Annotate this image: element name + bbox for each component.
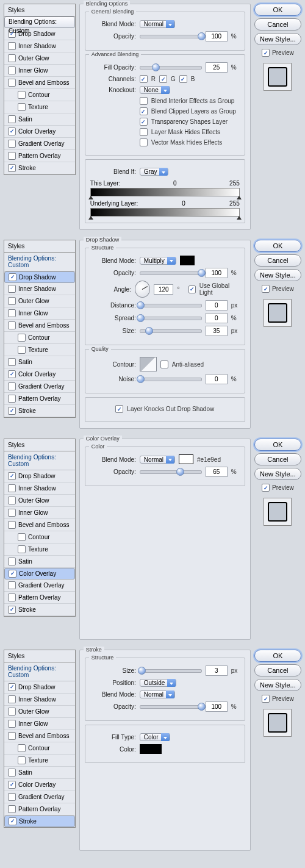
- value-field[interactable]: 3: [206, 665, 228, 676]
- slider-knob[interactable]: [137, 375, 145, 383]
- slider[interactable]: [140, 35, 202, 38]
- cancel-button[interactable]: Cancel: [254, 254, 301, 267]
- sidebar-blending-options[interactable]: Blending Options: Custom: [4, 451, 75, 470]
- checkbox-icon[interactable]: [140, 128, 148, 136]
- channel-checkbox-r[interactable]: [140, 75, 148, 83]
- sidebar-item-inner-shadow[interactable]: Inner Shadow: [4, 40, 75, 52]
- sidebar-item-gradient-overlay[interactable]: Gradient Overlay: [4, 791, 75, 803]
- sidebar-item-outer-glow[interactable]: Outer Glow: [4, 295, 75, 307]
- checkbox-icon[interactable]: [8, 140, 16, 148]
- new-style-button[interactable]: New Style...: [254, 679, 301, 691]
- cancel-button[interactable]: Cancel: [254, 664, 301, 676]
- ok-button[interactable]: OK: [254, 4, 301, 16]
- value-field[interactable]: 25: [206, 62, 228, 73]
- checkbox-icon[interactable]: [18, 91, 26, 99]
- sidebar-item-inner-glow[interactable]: Inner Glow: [4, 307, 75, 320]
- sidebar-item-inner-shadow[interactable]: Inner Shadow: [4, 694, 75, 706]
- sidebar-item-inner-glow[interactable]: Inner Glow: [4, 718, 75, 730]
- slider[interactable]: [140, 705, 202, 709]
- checkbox-icon[interactable]: [18, 346, 26, 354]
- checkbox-icon[interactable]: [8, 164, 16, 172]
- slider-knob[interactable]: [145, 327, 153, 335]
- checkbox-icon[interactable]: [8, 382, 16, 390]
- sidebar-blending-options[interactable]: Blending Options: Custom: [4, 662, 75, 681]
- sidebar-item-texture[interactable]: Texture: [4, 543, 75, 556]
- checkbox-icon[interactable]: [8, 793, 16, 801]
- checkbox-icon[interactable]: [8, 79, 16, 87]
- checkbox-icon[interactable]: [8, 521, 16, 529]
- sidebar-item-pattern-overlay[interactable]: Pattern Overlay: [4, 803, 75, 816]
- sidebar-item-bevel-and-emboss[interactable]: Bevel and Emboss: [4, 320, 75, 332]
- checkbox-icon[interactable]: [8, 472, 16, 480]
- value-field[interactable]: 100: [206, 31, 228, 41]
- color-swatch[interactable]: [140, 744, 162, 754]
- channel-checkbox-b[interactable]: [179, 75, 187, 83]
- new-style-button[interactable]: New Style...: [254, 269, 301, 281]
- slider-knob[interactable]: [198, 32, 206, 40]
- checkbox-icon[interactable]: [9, 273, 16, 281]
- checkbox-icon[interactable]: [140, 138, 148, 146]
- checkbox-icon[interactable]: [8, 781, 16, 789]
- checkbox-icon[interactable]: [8, 152, 16, 160]
- checkbox-icon[interactable]: [8, 115, 16, 123]
- ok-button[interactable]: OK: [254, 439, 301, 451]
- checkbox-icon[interactable]: [9, 570, 16, 578]
- checkbox-icon[interactable]: [8, 127, 16, 135]
- checkbox-icon[interactable]: [8, 370, 16, 378]
- sidebar-item-outer-glow[interactable]: Outer Glow: [4, 52, 75, 65]
- cancel-button[interactable]: Cancel: [254, 453, 301, 465]
- slider-knob[interactable]: [137, 314, 145, 322]
- sidebar-blending-options[interactable]: Blending Options: Custom: [4, 16, 75, 28]
- checkbox-icon[interactable]: [18, 533, 26, 541]
- checkbox-icon[interactable]: [8, 769, 16, 777]
- select-wrap[interactable]: Normal: [140, 690, 175, 699]
- sidebar-item-outer-glow[interactable]: Outer Glow: [4, 495, 75, 507]
- sidebar-item-bevel-and-emboss[interactable]: Bevel and Emboss: [4, 519, 75, 531]
- checkbox-icon[interactable]: [8, 695, 16, 703]
- value-field[interactable]: 35: [206, 326, 228, 336]
- checkbox-icon[interactable]: [8, 66, 16, 74]
- sidebar-item-satin[interactable]: Satin: [4, 767, 75, 779]
- checkbox-icon[interactable]: [18, 545, 26, 553]
- slider[interactable]: [140, 304, 202, 307]
- sidebar-item-pattern-overlay[interactable]: Pattern Overlay: [4, 592, 75, 604]
- sidebar-item-drop-shadow[interactable]: Drop Shadow: [4, 271, 75, 283]
- checkbox-icon[interactable]: [8, 395, 16, 403]
- slider[interactable]: [140, 66, 202, 70]
- sidebar-item-texture[interactable]: Texture: [4, 755, 75, 767]
- select-wrap[interactable]: Multiply: [140, 256, 176, 265]
- checkbox-icon[interactable]: [8, 732, 16, 740]
- slider-knob[interactable]: [176, 468, 184, 476]
- select-wrap[interactable]: Normal: [140, 20, 175, 29]
- checkbox-icon[interactable]: [8, 683, 16, 691]
- checkbox-icon[interactable]: [8, 321, 16, 329]
- checkbox-icon[interactable]: [18, 103, 26, 111]
- sidebar-item-inner-glow[interactable]: Inner Glow: [4, 65, 75, 77]
- checkbox-icon[interactable]: [8, 358, 16, 366]
- contour-picker[interactable]: [140, 357, 157, 371]
- checkbox-icon[interactable]: [140, 118, 148, 126]
- sidebar-item-color-overlay[interactable]: Color Overlay: [4, 568, 75, 579]
- preview-checkbox[interactable]: [262, 285, 270, 293]
- sidebar-item-contour[interactable]: Contour: [4, 742, 75, 755]
- angle-dial[interactable]: [135, 281, 150, 298]
- checkbox-icon[interactable]: [18, 334, 26, 342]
- slider-knob[interactable]: [152, 63, 160, 71]
- sidebar-item-satin[interactable]: Satin: [4, 113, 75, 126]
- sidebar-item-inner-shadow[interactable]: Inner Shadow: [4, 283, 75, 295]
- sidebar-item-stroke[interactable]: Stroke: [4, 816, 75, 827]
- preview-checkbox[interactable]: [262, 695, 270, 703]
- checkbox-icon[interactable]: [8, 484, 16, 492]
- checkbox-icon[interactable]: [8, 297, 16, 305]
- sidebar-item-inner-glow[interactable]: Inner Glow: [4, 507, 75, 519]
- select-wrap[interactable]: Gray: [140, 167, 169, 176]
- sidebar-item-bevel-and-emboss[interactable]: Bevel and Emboss: [4, 730, 75, 742]
- checkbox-icon[interactable]: [8, 558, 16, 565]
- sidebar-item-contour[interactable]: Contour: [4, 332, 75, 344]
- sidebar-item-contour[interactable]: Contour: [4, 89, 75, 101]
- checkbox-icon[interactable]: [8, 708, 16, 716]
- ok-button[interactable]: OK: [254, 240, 301, 252]
- checkbox-icon[interactable]: [140, 97, 148, 105]
- checkbox-icon[interactable]: [8, 581, 16, 589]
- slider[interactable]: [140, 329, 202, 333]
